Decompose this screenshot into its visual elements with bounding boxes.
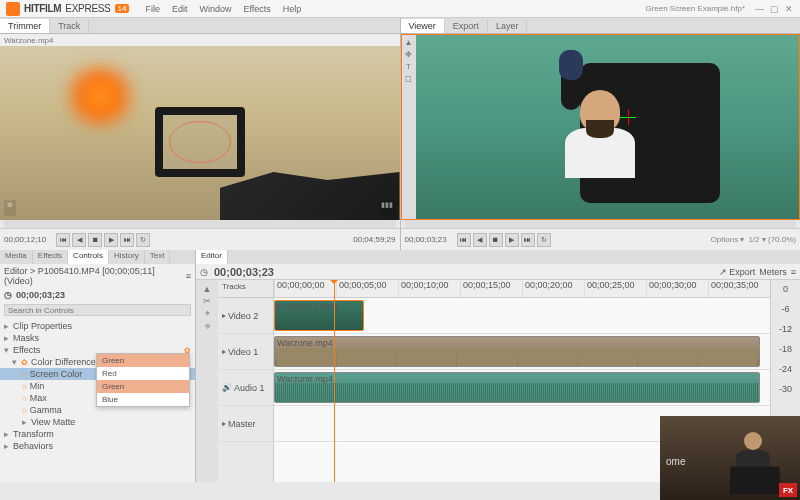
track-header-master[interactable]: ▸ Master xyxy=(218,406,273,442)
viewer-options[interactable]: Options ▾ xyxy=(711,235,745,244)
dropdown-option-red[interactable]: Red xyxy=(97,367,189,380)
tab-text[interactable]: Text xyxy=(145,250,171,264)
transform-gizmo-icon[interactable] xyxy=(620,109,636,125)
next-frame-button[interactable]: ⏭ xyxy=(521,233,535,247)
stop-button[interactable]: ⏹ xyxy=(489,233,503,247)
dropdown-selected[interactable]: Green xyxy=(97,354,189,367)
viewer-tc: 00;00;03;23 xyxy=(405,235,447,244)
clock-icon: ◷ xyxy=(200,267,208,277)
panel-menu-icon[interactable]: ≡ xyxy=(791,267,796,277)
viewer-scrubber[interactable] xyxy=(405,220,797,228)
pointer-tool-icon[interactable]: ▲ xyxy=(203,284,212,294)
timeline-ruler[interactable]: 00;00;00;0000;00;05;0000;00;10;0000;00;1… xyxy=(274,280,770,298)
viewer-preview[interactable]: ▲ ✥ T ◻ xyxy=(401,34,801,220)
tab-media[interactable]: Media xyxy=(0,250,33,264)
menu-file[interactable]: File xyxy=(139,4,166,14)
tab-editor[interactable]: Editor xyxy=(196,250,228,264)
trimmer-scrubber[interactable] xyxy=(4,220,396,228)
trimmer-panel: Trimmer Track Warzone.mp4 ⊕▮▮▮ 00;00;12;… xyxy=(0,18,401,250)
trimmer-tc-in: 00;00;12;10 xyxy=(4,235,46,244)
loop-button[interactable]: ↻ xyxy=(136,233,150,247)
export-button[interactable]: ↗ Export xyxy=(719,267,756,277)
pip-laptop xyxy=(729,467,780,495)
play-button[interactable]: ▶ xyxy=(505,233,519,247)
menubar: HITFILM EXPRESS 14 File Edit Window Effe… xyxy=(0,0,800,18)
pip-logo-badge: FX xyxy=(779,483,797,497)
tree-masks[interactable]: ▸Masks xyxy=(0,332,195,344)
panel-menu-icon[interactable]: ≡ xyxy=(186,271,191,281)
prop-view-matte[interactable]: ▸View Matte xyxy=(0,416,195,428)
dropdown-option-green[interactable]: Green xyxy=(97,380,189,393)
tab-viewer[interactable]: Viewer xyxy=(401,19,445,33)
play-back-button[interactable]: ◀ xyxy=(473,233,487,247)
track-header-video1[interactable]: ▸ Video 1 xyxy=(218,334,273,370)
tab-layer[interactable]: Layer xyxy=(488,19,528,33)
tree-behaviors[interactable]: ▸Behaviors xyxy=(0,440,195,452)
select-tool-icon[interactable]: ▲ xyxy=(405,38,413,47)
prev-frame-button[interactable]: ⏮ xyxy=(56,233,70,247)
preview-hud: ⊕▮▮▮ xyxy=(4,200,396,216)
controls-search-input[interactable] xyxy=(4,304,191,316)
prev-frame-button[interactable]: ⏮ xyxy=(457,233,471,247)
hand-tool-icon[interactable]: ✥ xyxy=(405,50,412,59)
track-header-audio1[interactable]: 🔊 Audio 1 xyxy=(218,370,273,406)
minimize-icon[interactable]: — xyxy=(755,4,764,13)
window-controls: — ▢ ✕ xyxy=(755,4,794,13)
tab-history[interactable]: History xyxy=(109,250,145,264)
tab-export[interactable]: Export xyxy=(445,19,488,33)
tree-transform[interactable]: ▸Transform xyxy=(0,428,195,440)
mask-tool-icon[interactable]: ◻ xyxy=(405,74,412,83)
track-headers: Tracks ▸ Video 2 ▸ Video 1 🔊 Audio 1 ▸ M… xyxy=(218,280,274,482)
clock-icon: ◷ xyxy=(4,290,12,300)
project-filename: Green Screen Example.hfp* xyxy=(645,4,745,13)
clip-audio1[interactable]: Warzone.mp4 xyxy=(274,372,760,403)
snap-tool-icon[interactable]: ⌖ xyxy=(205,308,210,319)
clip-video2[interactable]: P1005410.MP4 xyxy=(274,300,364,331)
play-button[interactable]: ▶ xyxy=(104,233,118,247)
meters-toggle[interactable]: Meters xyxy=(759,267,787,277)
screen-color-dropdown[interactable]: Green Red Green Blue xyxy=(96,353,190,407)
close-icon[interactable]: ✕ xyxy=(785,4,794,13)
picture-in-picture: ome FX xyxy=(660,416,800,500)
editor-breadcrumb: Editor > P1005410.MP4 [00;00;05;11] (Vid… xyxy=(4,266,186,286)
viewer-toolbar: ▲ ✥ T ◻ xyxy=(402,35,416,219)
timeline-tc[interactable]: 00;00;03;23 xyxy=(214,266,274,278)
menu-help[interactable]: Help xyxy=(277,4,308,14)
preview-content xyxy=(565,90,635,180)
tab-effects[interactable]: Effects xyxy=(33,250,68,264)
maximize-icon[interactable]: ▢ xyxy=(770,4,779,13)
app-logo: HITFILM EXPRESS 14 xyxy=(6,2,129,16)
dropdown-option-blue[interactable]: Blue xyxy=(97,393,189,406)
timeline-toolbar: ▲ ✂ ⌖ ⎆ xyxy=(196,280,218,482)
trimmer-transport: ⏮ ◀ ⏹ ▶ ⏭ ↻ xyxy=(56,233,150,247)
stop-button[interactable]: ⏹ xyxy=(88,233,102,247)
text-tool-icon[interactable]: T xyxy=(406,62,411,71)
tab-trimmer[interactable]: Trimmer xyxy=(0,19,50,33)
controls-tc[interactable]: 00;00;03;23 xyxy=(16,290,65,300)
next-frame-button[interactable]: ⏭ xyxy=(120,233,134,247)
tracks-title: Tracks xyxy=(218,280,273,298)
trimmer-preview[interactable]: ⊕▮▮▮ xyxy=(0,46,400,220)
clip-video1[interactable]: Warzone.mp4 xyxy=(274,336,760,367)
preview-content xyxy=(155,107,245,177)
logo-icon xyxy=(6,2,20,16)
play-back-button[interactable]: ◀ xyxy=(72,233,86,247)
loop-button[interactable]: ↻ xyxy=(537,233,551,247)
viewer-zoom[interactable]: 1/2 ▾ (70.0%) xyxy=(748,235,796,244)
link-tool-icon[interactable]: ⎆ xyxy=(205,321,210,331)
viewer-transport: ⏮ ◀ ⏹ ▶ ⏭ ↻ xyxy=(457,233,551,247)
playhead[interactable] xyxy=(334,280,335,482)
tree-clip-properties[interactable]: ▸Clip Properties xyxy=(0,320,195,332)
pip-background-text: ome xyxy=(666,456,685,467)
tab-controls[interactable]: Controls xyxy=(68,250,109,264)
tab-track[interactable]: Track xyxy=(50,19,89,33)
track-header-video2[interactable]: ▸ Video 2 xyxy=(218,298,273,334)
preview-content xyxy=(60,66,140,126)
menu-edit[interactable]: Edit xyxy=(166,4,194,14)
menu-window[interactable]: Window xyxy=(193,4,237,14)
viewer-panel: Viewer Export Layer ▲ ✥ T ◻ 00;00;03;23 … xyxy=(401,18,801,250)
slice-tool-icon[interactable]: ✂ xyxy=(203,296,211,306)
trimmer-clip-name: Warzone.mp4 xyxy=(0,34,400,46)
trimmer-tc-out: 00;04;59;29 xyxy=(353,235,395,244)
menu-effects[interactable]: Effects xyxy=(237,4,276,14)
